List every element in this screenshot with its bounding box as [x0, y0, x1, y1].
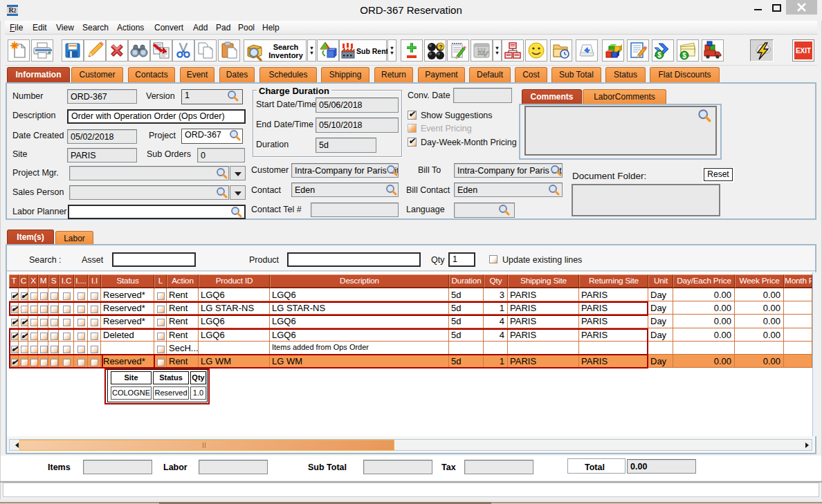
- svg-text:$: $: [682, 52, 686, 59]
- svg-text:$: $: [657, 51, 661, 59]
- svg-text:?: ?: [439, 44, 443, 50]
